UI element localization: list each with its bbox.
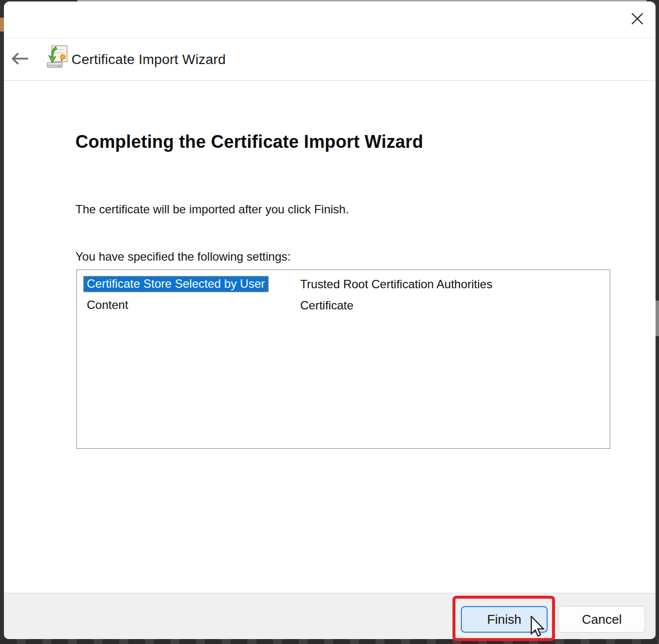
- intro-text: The certificate will be imported after y…: [75, 203, 349, 216]
- titlebar: [4, 1, 656, 38]
- wizard-header: Certificate Import Wizard: [4, 38, 656, 81]
- close-icon: [629, 10, 646, 29]
- page-heading: Completing the Certificate Import Wizard: [75, 132, 423, 152]
- settings-row-content[interactable]: Content Certificate: [83, 295, 610, 316]
- settings-row-certificate-store[interactable]: Certificate Store Selected by User Trust…: [83, 273, 610, 295]
- setting-value: Trusted Root Certification Authorities: [297, 277, 610, 291]
- setting-name-selected[interactable]: Certificate Store Selected by User: [83, 276, 269, 292]
- wizard-title: Certificate Import Wizard: [71, 38, 226, 80]
- finish-button[interactable]: Finish: [461, 606, 548, 633]
- settings-listbox: Certificate Store Selected by User Trust…: [76, 270, 610, 449]
- back-button[interactable]: [9, 49, 31, 69]
- certificate-import-wizard-dialog: Certificate Import Wizard Completing the…: [4, 1, 656, 639]
- screenshot-canvas: Certificate Import Wizard Completing the…: [0, 0, 659, 644]
- settings-label: You have specified the following setting…: [75, 250, 291, 264]
- close-button[interactable]: [626, 8, 649, 31]
- setting-value: Certificate: [297, 299, 610, 312]
- background-bleed-patch-right: [656, 301, 659, 336]
- cancel-button[interactable]: Cancel: [558, 606, 645, 633]
- wizard-page-body: Completing the Certificate Import Wizard…: [4, 81, 656, 593]
- back-arrow-icon: [10, 52, 30, 67]
- certificate-import-icon: [46, 45, 69, 69]
- setting-name[interactable]: Content: [83, 297, 132, 313]
- background-window-bottom-edge: [0, 639, 659, 644]
- button-bar: Finish Cancel: [4, 593, 656, 639]
